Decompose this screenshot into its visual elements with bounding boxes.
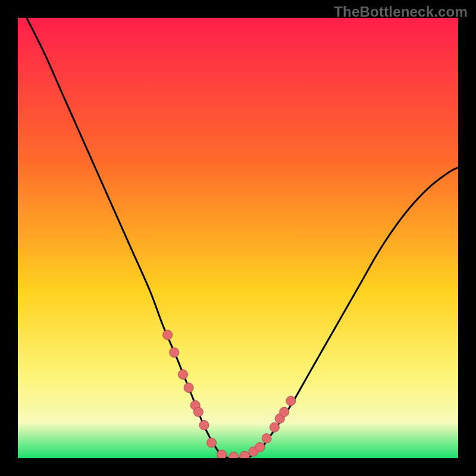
highlight-marker (170, 347, 179, 357)
highlight-marker (280, 407, 289, 416)
highlight-marker (184, 383, 193, 393)
highlight-marker (207, 438, 217, 447)
watermark-label: TheBottleneck.com (334, 4, 468, 20)
highlight-marker (217, 450, 227, 458)
gradient-background (18, 18, 458, 458)
highlight-marker (178, 369, 188, 379)
highlight-marker (163, 330, 173, 340)
highlight-marker (255, 443, 265, 452)
chart-frame: TheBottleneck.com (0, 0, 476, 476)
highlight-marker (199, 421, 209, 430)
plot-area (18, 18, 458, 458)
highlight-marker (240, 451, 249, 458)
highlight-marker (286, 396, 296, 406)
highlight-marker (270, 422, 279, 432)
chart-svg (18, 18, 458, 458)
highlight-marker (262, 434, 271, 443)
highlight-marker (193, 407, 203, 416)
